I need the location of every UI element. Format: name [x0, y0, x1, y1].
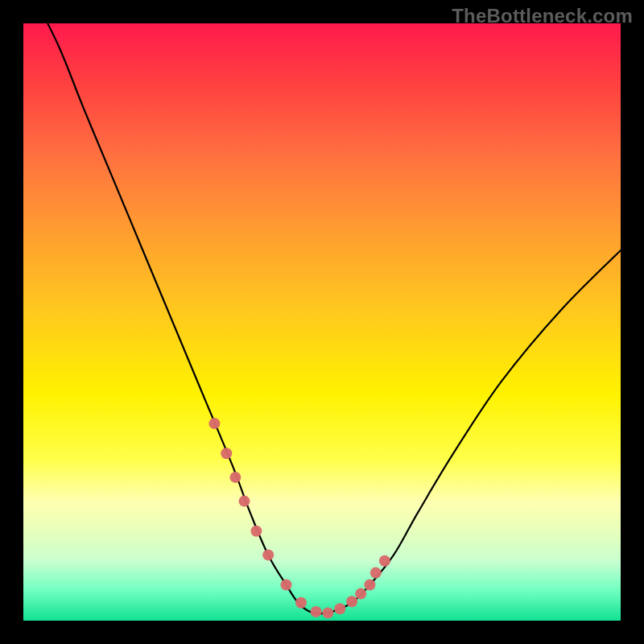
curve-marker [262, 549, 274, 560]
curve-marker [250, 526, 262, 537]
chart-svg [23, 23, 621, 621]
curve-marker [370, 568, 382, 579]
marker-group [208, 418, 390, 618]
curve-marker [229, 472, 241, 483]
curve-marker [208, 418, 220, 429]
curve-marker [281, 580, 292, 591]
curve-marker [334, 603, 345, 614]
curve-marker [355, 588, 366, 600]
curve-marker [221, 448, 232, 459]
curve-marker [322, 607, 333, 618]
chart-frame: TheBottleneck.com [0, 0, 644, 644]
curve-marker [295, 597, 307, 609]
plot-area [23, 23, 621, 621]
curve-marker [379, 555, 390, 567]
curve-marker [346, 596, 357, 607]
bottleneck-curve [35, 23, 621, 613]
curve-marker [311, 606, 322, 617]
curve-marker [364, 580, 375, 591]
curve-marker [239, 496, 250, 507]
